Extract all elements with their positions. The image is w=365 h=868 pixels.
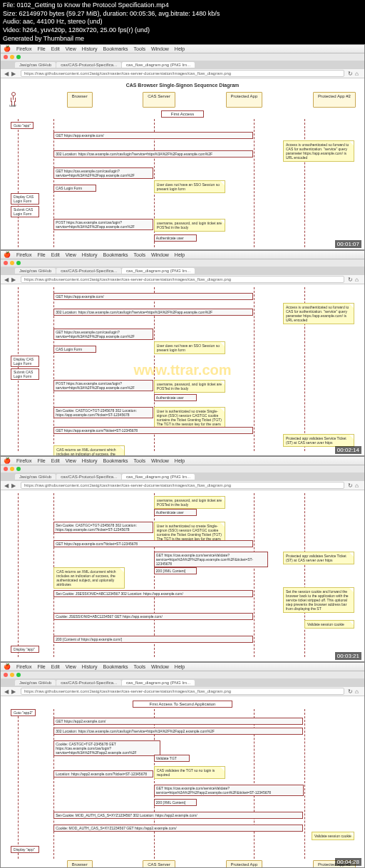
msg-login-form: CAS Login Form: [53, 185, 96, 192]
forward-icon[interactable]: ▶: [11, 71, 17, 76]
menu-history[interactable]: History: [82, 46, 98, 51]
back-icon[interactable]: ◀: [4, 482, 10, 488]
thumbnail-frame-4: 🍎 FirefoxFileEditViewHistoryBookmarksToo…: [0, 662, 365, 868]
msg-302-2: 302 Location: https://cas.example.com/ca…: [53, 728, 303, 735]
menu-help[interactable]: Help: [175, 46, 185, 51]
window-min-icon[interactable]: [10, 673, 14, 677]
window-max-icon[interactable]: [16, 261, 21, 265]
msg-302: 302 Location: https://cas.example.com/ca…: [53, 150, 253, 157]
msg-get-app: GET https://app.example.com/: [53, 132, 253, 139]
msg-get-app2: GET https://app2.example.com/: [53, 718, 303, 725]
tab-spec[interactable]: cas/CAS-Protocol-Specifica...: [56, 62, 121, 68]
window-min-icon[interactable]: [10, 55, 14, 59]
display-form: Display CAS Login Form: [11, 356, 39, 367]
actor-user: user: [9, 103, 16, 108]
back-icon[interactable]: ◀: [4, 688, 10, 694]
msg-xml2: 200 [XML Content]: [154, 799, 197, 806]
menu-view[interactable]: View: [66, 46, 76, 51]
msg-302: 302 Location: https://cas.example.com/ca…: [53, 309, 253, 316]
msg-post-login: POST https://cas.example.com/cas/login?s…: [53, 380, 153, 391]
goto-app2: Goto "app2": [11, 709, 36, 716]
menu-firefox[interactable]: Firefox: [16, 46, 31, 51]
meta-audio: Audio: aac, 44100 Hz, stereo (und): [3, 18, 362, 26]
user-icon: [9, 92, 16, 103]
apple-icon[interactable]: 🍎: [4, 252, 11, 258]
note-xml-doc: CAS returns an XML document which includ…: [53, 567, 125, 589]
browser-tabs[interactable]: Jasig/cas GitHub cas/CAS-Protocol-Specif…: [1, 61, 364, 69]
actor-cas-b: CAS Server: [143, 860, 175, 867]
forward-icon[interactable]: ▶: [11, 482, 17, 488]
forward-icon[interactable]: ▶: [11, 688, 17, 694]
url-input[interactable]: https://raw.githubusercontent.com/Jasig/…: [21, 482, 344, 489]
home-icon[interactable]: ⌂: [355, 688, 361, 694]
menu-bookmarks[interactable]: Bookmarks: [103, 46, 128, 51]
note-xml-doc: CAS returns an XML document which includ…: [53, 445, 125, 455]
url-input[interactable]: https://raw.githubusercontent.com/Jasig/…: [21, 70, 344, 77]
msg-get-login: GET https://cas.example.com/cas/login?se…: [53, 167, 153, 179]
msg-set-cookie: Set-Cookie: CASTGC=TGT-2345678 302 Locat…: [53, 522, 153, 533]
window-min-icon[interactable]: [10, 467, 14, 471]
forward-icon[interactable]: ▶: [11, 277, 17, 282]
macos-menubar[interactable]: 🍎 FirefoxFileEditViewHistoryBookmarksToo…: [1, 457, 364, 465]
macos-menubar[interactable]: 🍎 FirefoxFileEditViewHistoryBookmarksToo…: [1, 663, 364, 671]
back-icon[interactable]: ◀: [4, 277, 10, 282]
reload-icon[interactable]: ↻: [348, 277, 354, 282]
note-no-sso: User does not have an SSO Session so pre…: [154, 341, 225, 354]
actor-cas: CAS Server: [143, 92, 175, 108]
tab-github[interactable]: Jasig/cas GitHub: [15, 62, 56, 68]
msg-200: 200 [Content of https://app.example.com/…: [53, 636, 253, 643]
msg-auth: Authenticate user: [154, 234, 197, 242]
tab-diagram[interactable]: cas_flow_diagram.png (PNG Im...: [122, 62, 195, 68]
msg-cookie-get: Cookie: JSESSIONID=ABC1234567 GET https:…: [53, 613, 253, 620]
note-post-creds: username, password, and login ticket are…: [154, 380, 225, 393]
actor-app1-b: Protected App: [226, 860, 263, 867]
note-no-sso: User does not have an SSO Session so pre…: [154, 180, 225, 193]
reload-icon[interactable]: ↻: [348, 482, 354, 488]
apple-icon[interactable]: 🍎: [4, 458, 11, 464]
apple-icon[interactable]: 🍎: [4, 46, 11, 52]
thumbnail-frame-1: 🍎 Firefox File Edit View History Bookmar…: [0, 44, 365, 250]
first-access-2: First Access To Second Application: [133, 701, 232, 708]
timestamp-2: 00:02:14: [335, 446, 361, 454]
note-tgt-valid: CAS validates the TGT so no login is req…: [154, 766, 225, 779]
menu-edit[interactable]: Edit: [51, 46, 60, 51]
window-close-icon[interactable]: [4, 55, 8, 59]
url-input[interactable]: https://raw.githubusercontent.com/Jasig/…: [21, 688, 344, 695]
menu-window[interactable]: Window: [151, 46, 169, 51]
apple-icon[interactable]: 🍎: [4, 663, 11, 670]
note-app-validates: Protected app validates Service Ticket (…: [283, 434, 354, 447]
msg-validate2: GET https://cas.example.com/serviceValid…: [154, 785, 304, 796]
home-icon[interactable]: ⌂: [355, 482, 361, 488]
menu-tools[interactable]: Tools: [134, 46, 145, 51]
msg-get-ticket: GET https://app.example.com/?ticket=ST-1…: [53, 540, 253, 547]
macos-menubar[interactable]: 🍎 Firefox File Edit View History Bookmar…: [1, 45, 364, 53]
home-icon[interactable]: ⌂: [355, 277, 361, 282]
home-icon[interactable]: ⌂: [355, 71, 361, 76]
msg-modauth: Set-Cookie: MOD_AUTH_CAS_S=XYZ1234567 30…: [53, 812, 303, 819]
window-max-icon[interactable]: [16, 467, 21, 471]
msg-get-login: GET https://cas.example.com/cas/login?se…: [53, 329, 153, 340]
submit-form: Submit CAS Login Form: [11, 206, 39, 217]
window-max-icon[interactable]: [16, 673, 21, 677]
msg-jsession: Set-Cookie: JSESSIONID=ABC1234567 302 Lo…: [53, 590, 253, 597]
window-close-icon[interactable]: [4, 261, 8, 265]
timestamp-1: 00:01:07: [335, 240, 361, 248]
menu-file[interactable]: File: [37, 46, 45, 51]
back-icon[interactable]: ◀: [4, 71, 10, 76]
window-max-icon[interactable]: [16, 55, 21, 59]
submit-form: Submit CAS Login Form: [11, 368, 39, 380]
url-input[interactable]: https://raw.githubusercontent.com/Jasig/…: [21, 276, 344, 283]
reload-icon[interactable]: ↻: [348, 71, 354, 76]
window-min-icon[interactable]: [10, 261, 14, 265]
macos-menubar[interactable]: 🍎 FirefoxFileEditViewHistoryBookmarksToo…: [1, 251, 364, 259]
window-close-icon[interactable]: [4, 673, 8, 677]
reload-icon[interactable]: ↻: [348, 688, 354, 694]
msg-validate-tgt: Validate TGT: [154, 755, 190, 762]
actor-app1: Protected App: [226, 92, 263, 108]
msg-get-app: GET https://app.example.com/: [53, 293, 253, 300]
timestamp-4: 00:04:28: [335, 858, 361, 866]
window-close-icon[interactable]: [4, 467, 8, 471]
msg-post-login: POST https://cas.example.com/cas/login?s…: [53, 219, 153, 230]
note-validate-cookie: Validate session cookie: [304, 620, 354, 629]
actor-browser-b: Browser: [67, 860, 93, 867]
